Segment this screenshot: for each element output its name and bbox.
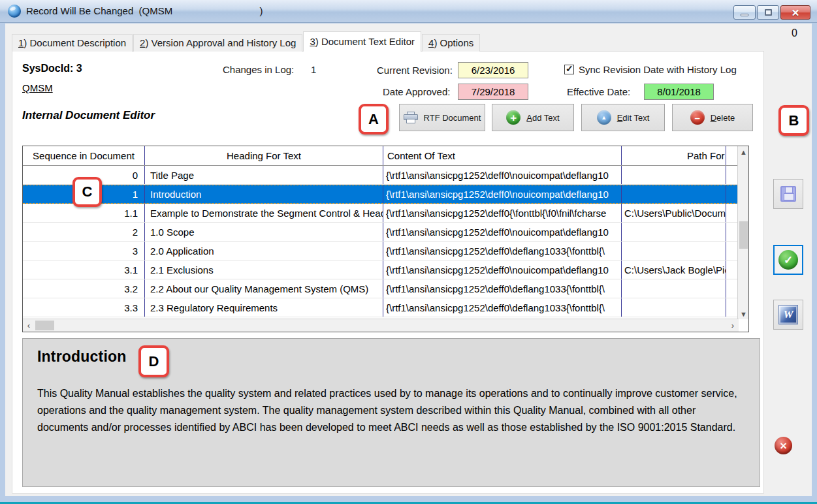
printer-icon — [404, 112, 418, 123]
cell-sequence: 3 — [23, 242, 145, 260]
tab-version-approval-history-log[interactable]: 2) Version Approval and History Log — [133, 34, 302, 52]
table-row[interactable]: 1.1 Example to Demonstrate the Segment C… — [23, 204, 748, 223]
tab-label: ) Version Approval and History Log — [145, 37, 296, 48]
vertical-scroll-thumb[interactable] — [739, 221, 748, 249]
cell-path — [622, 298, 726, 317]
add-plus-icon: + — [506, 110, 521, 125]
sysdocid-value: 3 — [76, 63, 82, 74]
add-text-button[interactable]: + Add Text — [492, 104, 574, 131]
cell-path — [622, 279, 726, 298]
changes-in-log-label: Changes in Log: — [223, 64, 294, 75]
table-row[interactable]: 3 2.0 Application {\rtf1\ansi\ansicpg125… — [23, 242, 748, 260]
client-area: 0 1) Document Description 2) Version App… — [5, 24, 812, 496]
callout-badge-c: C — [72, 177, 102, 207]
tab-label: ) Options — [434, 37, 473, 48]
rtf-document-button[interactable]: RTF Document — [399, 104, 485, 131]
cell-heading: 2.0 Application — [145, 242, 383, 260]
column-header-content[interactable]: Content Of Text — [383, 146, 622, 165]
callout-badge-d: D — [138, 345, 169, 377]
horizontal-scroll-thumb[interactable] — [35, 321, 54, 330]
cell-sequence: 3.2 — [23, 279, 145, 298]
word-icon: W — [778, 305, 798, 324]
cell-path — [622, 223, 726, 241]
close-button[interactable]: ✕ — [780, 5, 810, 20]
minimize-button[interactable] — [733, 5, 756, 20]
scroll-left-icon[interactable]: ‹ — [23, 319, 35, 332]
floppy-disk-icon — [780, 186, 796, 202]
scroll-up-icon[interactable]: ▲ — [738, 146, 749, 157]
current-revision-input[interactable]: 6/23/2016 — [458, 62, 528, 78]
cell-content: {\rtf1\ansi\ansicpg1252\deff0\nouicompat… — [383, 166, 622, 184]
column-header-sequence[interactable]: Sequence in Document — [23, 146, 145, 165]
cell-content: {\rtf1\ansi\ansicpg1252\deff0\deflang103… — [383, 242, 622, 260]
title-bar: Record Will Be Changed (QMSM ) ✕ — [0, 0, 817, 23]
cell-sequence: 2 — [23, 223, 145, 241]
date-approved-input[interactable]: 7/29/2018 — [458, 84, 528, 100]
cell-heading: 2.2 About our Quality Management System … — [145, 279, 383, 298]
grid-header-row: Sequence in Document Heading For Text Co… — [23, 146, 748, 166]
app-window: Record Will Be Changed (QMSM ) ✕ 0 1) Do… — [0, 0, 817, 504]
tab-number: 3 — [310, 36, 315, 47]
maximize-icon — [765, 9, 772, 16]
table-row[interactable]: 3.2 2.2 About our Quality Management Sys… — [23, 279, 748, 298]
table-row-selected[interactable]: 1 Introduction {\rtf1\ansi\ansicpg1252\d… — [23, 185, 748, 204]
tab-document-text-editor[interactable]: 3) Document Text Editor — [303, 31, 421, 52]
scroll-right-icon[interactable]: › — [727, 319, 739, 332]
callout-badge-a: A — [359, 104, 389, 134]
cell-heading: 1.0 Scope — [145, 223, 383, 241]
cell-content: {\rtf1\ansi\ansicpg1252\deff0\deflang103… — [383, 279, 622, 298]
cell-path — [622, 242, 726, 260]
save-button[interactable] — [773, 179, 803, 209]
table-row[interactable]: 3.3 2.3 Regulatory Requirements {\rtf1\a… — [23, 298, 748, 317]
column-header-path[interactable]: Path For Tra — [622, 146, 726, 165]
tab-strip: 1) Document Description 2) Version Appro… — [12, 31, 481, 52]
document-sections-grid: Sequence in Document Heading For Text Co… — [22, 146, 749, 332]
tab-document-description[interactable]: 1) Document Description — [12, 34, 133, 52]
current-revision-label: Current Revision: — [377, 65, 453, 76]
date-approved-label: Date Approved: — [383, 86, 450, 97]
cell-heading: Title Page — [145, 166, 383, 184]
cell-path: C:\Users\Public\Document — [622, 204, 726, 222]
delete-button[interactable]: – Delete — [672, 104, 753, 131]
cell-content: {\rtf1\ansi\ansicpg1252\deff0\nouicompat… — [383, 260, 622, 279]
cell-sequence: 3.1 — [23, 260, 145, 279]
vertical-scrollbar[interactable]: ▲ ▼ — [737, 146, 748, 319]
counter-label: 0 — [792, 27, 797, 39]
window-controls: ✕ — [733, 5, 810, 20]
scroll-down-icon[interactable]: ▼ — [738, 308, 749, 319]
horizontal-scrollbar[interactable]: ‹ › — [23, 319, 739, 332]
globe-app-icon — [8, 5, 21, 18]
effective-date-label: Effective Date: — [567, 86, 630, 97]
table-row[interactable]: 3.1 2.1 Exclusions {\rtf1\ansi\ansicpg12… — [23, 260, 748, 279]
sync-revision-checkbox[interactable] — [564, 65, 574, 74]
cell-path: C:\Users\Jack Bogle\Pictu — [622, 260, 726, 279]
cell-content: {\rtf1\ansi\ansicpg1252\deff0{\fonttbl{\… — [383, 204, 622, 222]
edit-text-button[interactable]: ▲ Edit Text — [581, 104, 665, 131]
tab-options[interactable]: 4) Options — [422, 34, 480, 52]
cancel-x-icon: ✕ — [780, 441, 788, 451]
maximize-button[interactable] — [757, 5, 779, 20]
cell-heading: 2.3 Regulatory Requirements — [145, 298, 383, 317]
delete-label: Delete — [711, 113, 735, 123]
cell-heading: Example to Demonstrate the Segment Contr… — [145, 204, 383, 222]
cell-content: {\rtf1\ansi\ansicpg1252\deff0\nouicompat… — [383, 185, 622, 203]
internal-document-editor-title: Internal Document Editor — [22, 109, 155, 122]
sync-revision-label: Sync Revision Date with History Log — [579, 64, 737, 75]
cell-heading: 2.1 Exclusions — [145, 260, 383, 279]
table-row[interactable]: 2 1.0 Scope {\rtf1\ansi\ansicpg1252\deff… — [23, 223, 748, 242]
changes-in-log-value: 1 — [311, 64, 316, 75]
export-word-button[interactable]: W — [773, 300, 803, 330]
ok-confirm-button[interactable]: ✓ — [773, 245, 803, 275]
sync-revision-row: Sync Revision Date with History Log — [564, 64, 737, 75]
close-icon: ✕ — [792, 8, 800, 18]
document-code-link[interactable]: QMSM — [22, 82, 53, 93]
table-row[interactable]: 0 Title Page {\rtf1\ansi\ansicpg1252\def… — [23, 166, 748, 185]
text-preview-panel: Introduction This Quality Manual establi… — [22, 338, 760, 487]
column-header-heading[interactable]: Heading For Text — [145, 146, 383, 165]
effective-date-input[interactable]: 8/01/2018 — [644, 84, 714, 100]
cell-path — [622, 185, 726, 203]
callout-badge-b: B — [778, 105, 809, 136]
cell-content: {\rtf1\ansi\ansicpg1252\deff0\nouicompat… — [383, 223, 622, 241]
minimize-icon — [741, 14, 748, 16]
cancel-button[interactable]: ✕ — [775, 437, 792, 454]
